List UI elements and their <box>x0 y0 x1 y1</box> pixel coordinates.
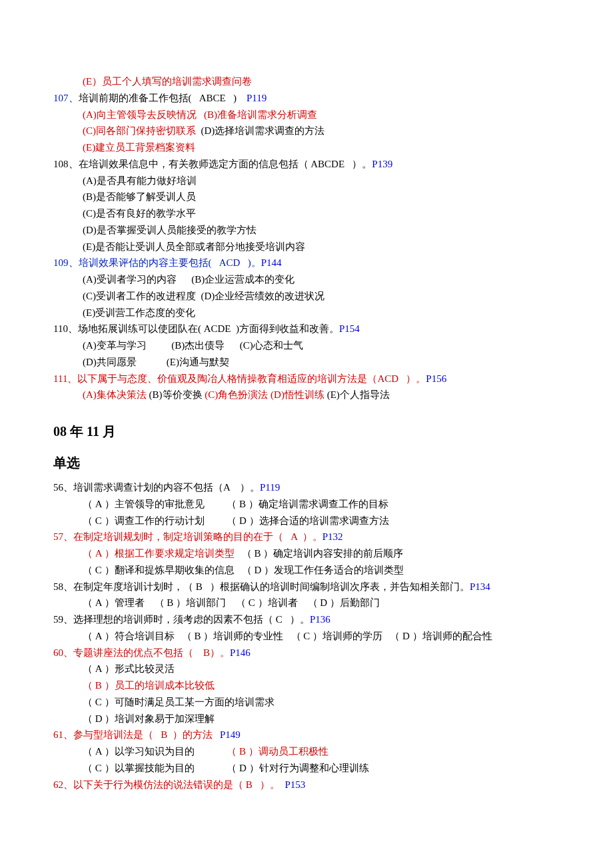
text-span: P154 <box>339 323 360 334</box>
text-line: （ C ）调查工作的行动计划 （ D ）选择合适的培训需求调查方法 <box>53 513 560 529</box>
text-span: 107、 <box>53 93 79 103</box>
text-line: （ A ）根据工作要求规定培训类型 （ B ）确定培训内容安排的前后顺序 <box>53 545 560 562</box>
text-span: (E)个人指导法 <box>327 389 390 400</box>
text-span: （ C ）以掌握技能为目的 （ D ）针对行为调整和心理训练 <box>83 763 369 773</box>
text-span: (D)共同愿景 (E)沟通与默契 <box>83 357 229 367</box>
text-span: 培训前期的准备工作包括( ABCE ) <box>79 93 247 103</box>
text-line: (C)是否有良好的教学水平 <box>53 205 560 222</box>
text-line: （ A ）符合培训目标 （ B ）培训师的专业性 （ C ）培训师的学历 （ D… <box>53 628 560 645</box>
section-heading-date: 08 年 11 月 <box>53 421 560 443</box>
text-line: （ D ）培训对象易于加深理解 <box>53 711 560 727</box>
text-span: （ C ）翻译和提炼早期收集的信息 （ D ）发现工作任务适合的培训类型 <box>83 565 404 575</box>
text-line: (A)受训者学习的内容 (B)企业运营成本的变化 <box>53 271 560 288</box>
text-span: P134 <box>470 581 490 592</box>
text-line: （ A ）以学习知识为目的 （ B ）调动员工积极性 <box>53 743 560 760</box>
text-line: (D)共同愿景 (E)沟通与默契 <box>53 354 560 371</box>
text-line: (A)向主管领导去反映情况 (B)准备培训需求分析调查 <box>53 107 560 123</box>
text-span: （ B ）员工的培训成本比较低 <box>83 680 215 691</box>
text-line: （ A ）主管领导的审批意见 （ B ）确定培训需求调查工作的目标 <box>53 496 560 513</box>
text-span: 111、以下属于与态度、价值观及陶冶人格情操教育相适应的培训方法是（ACD ）。 <box>53 373 426 384</box>
text-span: （ A ）以学习知识为目的 <box>83 746 227 757</box>
text-line: 108、在培训效果信息中，有关教师选定方面的信息包括（ ABCDE ）。P139 <box>53 156 560 173</box>
text-line: (A)是否具有能力做好培训 <box>53 173 560 189</box>
text-span: 109、培训效果评估的内容主要包括( ACD )。 <box>53 257 261 268</box>
text-span: (D)是否掌握受训人员能接受的教学方怯 <box>83 225 257 235</box>
text-line: (D)是否掌握受训人员能接受的教学方怯 <box>53 222 560 239</box>
text-span: (E)受训营工作态度的变化 <box>83 307 195 318</box>
text-span: （ B ）确定培训内容安排的前后顺序 <box>235 548 404 559</box>
text-span: P136 <box>310 614 330 625</box>
text-span: P139 <box>372 159 392 169</box>
text-span: (E)是否能让受训人员全部或者部分地接受培训内容 <box>83 241 305 252</box>
text-line: (E)建立员工背景档案资料 <box>53 139 560 156</box>
text-span: (C)是否有良好的教学水平 <box>83 208 196 219</box>
text-span: （ A ）符合培训目标 （ B ）培训师的专业性 （ C ）培训师的学历 （ D… <box>83 631 492 641</box>
text-span: 60、专题讲座法的优点不包括（ B）。 <box>53 647 230 658</box>
text-line: (E）员工个人填写的培训需求调查问卷 <box>53 73 560 90</box>
text-span: (D)选择培训需求调查的方法 <box>196 125 324 136</box>
text-span: （ B ）调动员工积极性 <box>227 746 328 757</box>
text-line: 59、选择理想的培训师时，须考虑的因素不包括（ C ）。P136 <box>53 611 560 628</box>
text-span: (A)受训者学习的内容 (B)企业运营成本的变化 <box>83 274 295 285</box>
text-span: 58、在制定年度培训计划时，（ B ）根据确认的培训时间编制培训次序表，并告知相… <box>53 581 470 592</box>
text-span: P156 <box>426 373 446 384</box>
text-span: (A)是否具有能力做好培训 <box>83 175 197 186</box>
text-span: (B)等价变换 <box>149 389 205 400</box>
text-span: （ C ）可随时满足员工某一方面的培训需求 <box>83 697 275 707</box>
text-line: 58、在制定年度培训计划时，（ B ）根据确认的培训时间编制培训次序表，并告知相… <box>53 579 560 595</box>
text-line: (C)同各部门保持密切联系 (D)选择培训需求调查的方法 <box>53 123 560 139</box>
text-line: 57、在制定培训规划时，制定培训策略的目的在于（ A ）。P132 <box>53 529 560 545</box>
text-span: 108、在培训效果信息中，有关教师选定方面的信息包括（ ABCDE ）。 <box>53 159 372 169</box>
text-span: P119 <box>260 482 280 493</box>
text-line: （ C ）翻译和提炼早期收集的信息 （ D ）发现工作任务适合的培训类型 <box>53 562 560 579</box>
text-span: P144 <box>261 257 282 268</box>
text-line: 111、以下属于与态度、价值观及陶冶人格情操教育相适应的培训方法是（ACD ）。… <box>53 371 560 387</box>
text-line: (B)是否能够了解受训人员 <box>53 189 560 205</box>
text-line: （ C ）以掌握技能为目的 （ D ）针对行为调整和心理训练 <box>53 760 560 777</box>
text-line: （ A ）形式比较灵活 <box>53 661 560 677</box>
text-line: （ B ）员工的培训成本比较低 <box>53 677 560 694</box>
text-span: (E）员工个人填写的培训需求调查问卷 <box>83 76 252 87</box>
text-line: 107、培训前期的准备工作包括( ABCE ) P119 <box>53 90 560 107</box>
text-line: (E)是否能让受训人员全部或者部分地接受培训内容 <box>53 239 560 255</box>
text-line: (C)受训者工作的改进程度 (D)企业经营绩效的改进状况 <box>53 288 560 305</box>
text-span: （ C ）调查工作的行动计划 （ D ）选择合适的培训需求调查方法 <box>83 515 389 526</box>
text-span: P146 <box>230 647 251 658</box>
text-span: （ A ）主管领导的审批意见 （ B ）确定培训需求调查工作的目标 <box>83 499 388 509</box>
text-span: 57、在制定培训规划时，制定培训策略的目的在于（ A ）。 <box>53 531 322 542</box>
text-line: 56、培训需求调查计划的内容不包括（A ）。P119 <box>53 479 560 496</box>
text-span: 61、参与型培训法是（ B ）的方法 <box>53 729 220 740</box>
text-span: P149 <box>220 729 241 740</box>
text-span: (B)是否能够了解受训人员 <box>83 191 196 202</box>
text-span: 62、以下关于行为模仿法的说法错误的是（ B ）。 <box>53 779 285 790</box>
text-line: 61、参与型培训法是（ B ）的方法 P149 <box>53 727 560 743</box>
text-span: P132 <box>322 531 343 542</box>
text-span: (A)向主管领导去反映情况 (B)准备培训需求分析调查 <box>83 109 317 120</box>
text-span: 110、场地拓展训练可以使团队在( ACDE )方面得到收益和改善。 <box>53 323 339 334</box>
text-span: (C)角色扮演法 (D)悟性训练 <box>205 389 326 400</box>
section-heading-type: 单选 <box>53 452 560 474</box>
text-span: （ A ）管理者 （ B ）培训部门 （ C ）培训者 （ D ）后勤部门 <box>83 597 380 608</box>
text-line: （ A ）管理者 （ B ）培训部门 （ C ）培训者 （ D ）后勤部门 <box>53 595 560 611</box>
text-line: （ C ）可随时满足员工某一方面的培训需求 <box>53 694 560 711</box>
text-line: 62、以下关于行为模仿法的说法错误的是（ B ）。 P153 <box>53 777 560 793</box>
text-span: (A)变革与学习 (B)杰出债导 (C)心态和士气 <box>83 340 303 351</box>
text-span: （ D ）培训对象易于加深理解 <box>83 713 215 724</box>
text-line: 110、场地拓展训练可以使团队在( ACDE )方面得到收益和改善。P154 <box>53 321 560 337</box>
text-line: (E)受训营工作态度的变化 <box>53 305 560 321</box>
text-span: (C)受训者工作的改进程度 (D)企业经营绩效的改进状况 <box>83 291 324 301</box>
text-span: （ A ）根据工作要求规定培训类型 <box>83 548 235 559</box>
text-line: (A)集体决策法 (B)等价变换 (C)角色扮演法 (D)悟性训练 (E)个人指… <box>53 387 560 403</box>
text-span: P119 <box>247 93 267 103</box>
text-span: (C)同各部门保持密切联系 <box>83 125 196 136</box>
text-line: 109、培训效果评估的内容主要包括( ACD )。P144 <box>53 255 560 271</box>
text-span: P153 <box>285 779 306 790</box>
text-span: 56、培训需求调查计划的内容不包括（A ）。 <box>53 482 260 493</box>
text-span: 59、选择理想的培训师时，须考虑的因素不包括（ C ）。 <box>53 614 310 625</box>
text-line: 60、专题讲座法的优点不包括（ B）。P146 <box>53 645 560 661</box>
text-span: （ A ）形式比较灵活 <box>83 663 175 674</box>
text-line: (A)变革与学习 (B)杰出债导 (C)心态和士气 <box>53 337 560 354</box>
text-span: (E)建立员工背景档案资料 <box>83 142 195 153</box>
text-span: (A)集体决策法 <box>83 389 149 400</box>
